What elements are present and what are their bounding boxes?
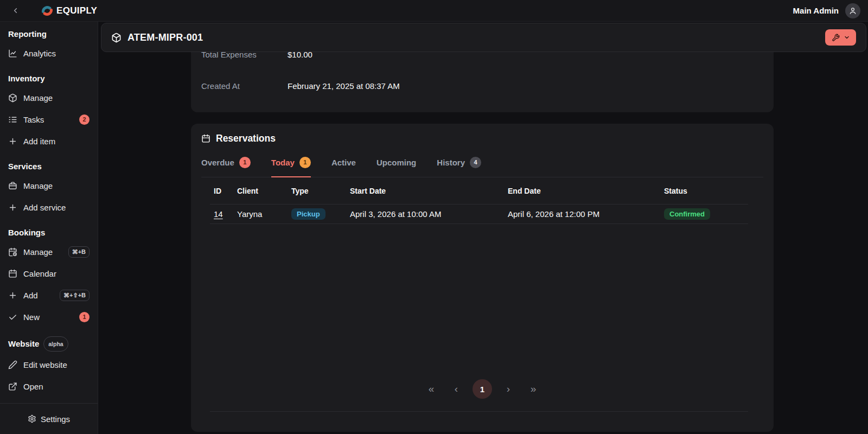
sidebar-item-label: Manage [23,93,53,103]
sidebar-item-edit-website[interactable]: Edit website [8,354,90,375]
user-menu-button[interactable] [845,3,860,18]
sidebar-item-label: Add service [23,203,66,212]
detail-label: Created At [201,81,288,91]
section-heading-services: Services [8,161,90,173]
sidebar-item-inventory-manage[interactable]: Manage [8,87,90,108]
tab-overdue[interactable]: Overdue 1 [201,157,251,177]
chevron-right-icon: › [507,383,510,395]
calendar-icon [201,134,210,143]
plus-icon [8,203,17,212]
sidebar-item-services-manage[interactable]: Manage [8,175,90,196]
sidebar-item-label: Edit website [23,360,67,369]
pagination: « ‹ 1 › » [201,379,763,399]
section-heading-label: Website [8,338,39,350]
column-header-start-date: Start Date [346,187,504,195]
reservations-card: Reservations Overdue 1 Today 1 Active Up… [191,124,774,432]
tab-label: Active [331,157,356,168]
last-page-button[interactable]: » [525,380,542,398]
tab-history[interactable]: History 4 [437,157,481,177]
new-bookings-count-badge: 1 [79,312,90,322]
reservation-id-link[interactable]: 14 [214,209,223,219]
reservation-start-date: April 3, 2026 at 10:00 AM [346,209,504,219]
shortcut-badge: ⌘+⇧+B [60,290,90,301]
tab-count-badge: 1 [299,157,311,168]
sidebar-item-calendar[interactable]: Calendar [8,263,90,284]
brand[interactable]: EQUIPLY [40,4,97,18]
sidebar-item-bookings-manage[interactable]: Manage ⌘+B [8,241,90,263]
gear-icon [28,414,36,423]
sidebar-item-label: Tasks [23,115,44,124]
previous-page-button[interactable]: ‹ [448,380,465,398]
chevron-left-icon: ‹ [455,383,458,395]
next-page-button[interactable]: › [500,380,517,398]
reservation-end-date: April 6, 2026 at 12:00 PM [504,209,660,219]
sidebar-item-label: Add item [23,137,55,146]
external-link-icon [8,382,17,391]
column-header-id: ID [210,187,233,195]
equiply-logo-icon [40,4,54,18]
column-header-type: Type [288,187,346,195]
tab-today[interactable]: Today 1 [271,157,311,177]
section-heading-reporting: Reporting [8,28,90,40]
sidebar-item-add-booking[interactable]: Add ⌘+⇧+B [8,284,90,306]
tab-active[interactable]: Active [331,157,356,177]
topbar: EQUIPLY Main Admin [0,0,868,22]
tasks-icon [8,115,17,124]
sidebar-item-label: Analytics [23,49,56,58]
chevrons-right-icon: » [531,383,537,395]
sidebar-item-label: Open [23,382,43,391]
user-name: Main Admin [793,6,839,15]
tab-upcoming[interactable]: Upcoming [376,157,416,177]
section-heading-inventory: Inventory [8,73,90,85]
briefcase-icon [8,181,17,190]
reservations-title-label: Reservations [216,133,276,144]
detail-row-created-at: Created At February 21, 2025 at 08:37 AM [201,79,763,92]
back-button[interactable] [8,3,23,18]
first-page-button[interactable]: « [423,380,440,398]
tab-label: Today [271,157,295,168]
settings-label: Settings [41,414,70,424]
sidebar-item-label: Calendar [23,269,56,278]
plus-icon [8,137,17,146]
shortcut-badge: ⌘+B [68,246,90,258]
table-bottom-divider [210,411,748,412]
calendar-clock-icon [8,247,17,257]
main-content: ATEM-MIPR-001 Total Expenses $10.00 Crea… [98,22,868,434]
tab-label: Overdue [201,157,234,168]
tab-label: History [437,157,465,168]
sidebar-item-new-bookings[interactable]: New 1 [8,306,90,328]
wrench-icon [832,34,840,42]
sidebar-item-add-item[interactable]: Add item [8,130,90,152]
item-actions-button[interactable] [825,29,856,46]
sidebar-item-add-service[interactable]: Add service [8,196,90,218]
reservations-tabs: Overdue 1 Today 1 Active Upcoming Histor… [201,157,763,177]
tab-count-badge: 4 [470,157,481,168]
chevron-left-icon [11,7,20,15]
sidebar-item-open-website[interactable]: Open [8,375,90,397]
analytics-icon [8,49,17,58]
brand-name: EQUIPLY [56,5,97,16]
sidebar-settings-button[interactable]: Settings [0,403,98,434]
page-title: ATEM-MIPR-001 [127,32,203,43]
sidebar-item-analytics[interactable]: Analytics [8,42,90,64]
column-header-client: Client [233,187,288,195]
table-header-row: ID Client Type Start Date End Date Statu… [210,177,748,205]
sidebar-item-tasks[interactable]: Tasks 2 [8,108,90,130]
column-header-status: Status [660,187,748,195]
tab-label: Upcoming [376,157,416,168]
current-page-button[interactable]: 1 [473,379,492,399]
tab-count-badge: 1 [239,157,251,168]
cube-icon [111,33,122,43]
section-heading-website: Website alpha [8,336,90,352]
user-icon [848,7,857,15]
sidebar-item-label: New [23,312,40,322]
tasks-count-badge: 2 [79,114,90,125]
page-header: ATEM-MIPR-001 [101,23,866,52]
sidebar-item-label: Manage [23,181,53,190]
reservations-table: ID Client Type Start Date End Date Statu… [210,177,748,224]
sidebar-item-label: Manage [23,247,53,257]
sidebar: Reporting Analytics Inventory Manage Tas… [0,22,98,434]
reservations-title: Reservations [201,131,763,146]
reservation-client: Yaryna [233,209,288,219]
sidebar-item-label: Add [23,291,38,300]
